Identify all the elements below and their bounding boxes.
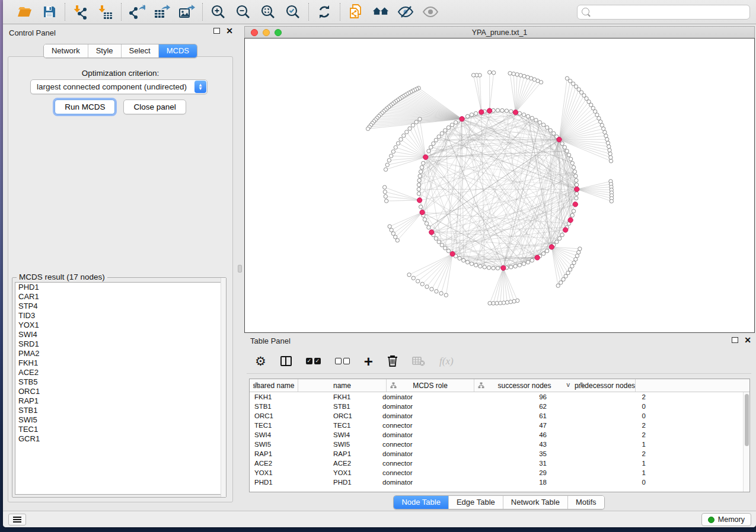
float-panel-icon[interactable] xyxy=(732,337,738,343)
control-panel-tab[interactable]: MCDS xyxy=(159,44,197,57)
cell-name[interactable]: STB1 xyxy=(328,403,377,410)
table-row[interactable]: SWI5 SWI5 connector 43 1 xyxy=(250,440,749,449)
cell-name[interactable]: SWI5 xyxy=(328,441,377,448)
cell-name[interactable]: SWI4 xyxy=(328,431,377,438)
cell-name[interactable]: PHD1 xyxy=(328,479,377,486)
table-scrollbar[interactable] xyxy=(743,392,749,492)
search-input[interactable] xyxy=(577,5,750,20)
mcds-result-item[interactable]: YOX1 xyxy=(15,321,223,330)
mcds-result-item[interactable]: PMA2 xyxy=(15,349,223,358)
table-row[interactable]: YOX1 YOX1 connector 29 1 xyxy=(250,468,749,477)
cell-predecessor-nodes[interactable]: 1 xyxy=(553,460,653,467)
delete-column-icon[interactable] xyxy=(387,352,398,370)
cell-name[interactable]: ACE2 xyxy=(328,460,377,467)
cell-mcds-role[interactable]: connector xyxy=(377,460,465,467)
column-header[interactable]: name xyxy=(298,379,387,392)
table-row[interactable]: TEC1 TEC1 connector 47 2 xyxy=(250,421,749,430)
mcds-result-list[interactable]: PHD1 CAR1 STP4 TID3 YOX1 SWI4 SRD1 PMA2 xyxy=(15,282,224,495)
table-row[interactable]: RAP1 RAP1 dominator 35 2 xyxy=(250,449,749,459)
table-tab[interactable]: Edge Table xyxy=(449,496,503,509)
cell-name[interactable]: YOX1 xyxy=(328,469,377,476)
close-panel-button[interactable]: Close panel xyxy=(123,100,186,114)
table-scrollbar-thumb[interactable] xyxy=(745,394,749,446)
cell-shared-name[interactable]: SWI5 xyxy=(250,441,328,448)
select-all-rows-icon[interactable]: ✓✓ xyxy=(306,352,321,370)
cell-name[interactable]: RAP1 xyxy=(328,450,377,457)
cell-mcds-role[interactable]: connector xyxy=(377,441,465,448)
cell-shared-name[interactable]: FKH1 xyxy=(250,393,328,400)
control-panel-tab[interactable]: Select xyxy=(122,44,159,57)
status-menu-button[interactable] xyxy=(8,514,26,525)
table-tab[interactable]: Network Table xyxy=(503,496,568,509)
cell-predecessor-nodes[interactable]: 0 xyxy=(553,479,653,486)
sort-chevron-icon[interactable]: v xyxy=(567,381,570,388)
close-panel-icon[interactable]: ✕ xyxy=(744,337,751,343)
duplicate-network-icon[interactable] xyxy=(347,4,364,20)
control-panel-tab[interactable]: Network xyxy=(44,44,88,57)
mcds-result-item[interactable]: ORC1 xyxy=(15,387,223,396)
control-panel-tab[interactable]: Style xyxy=(88,44,122,57)
cell-successor-nodes[interactable]: 29 xyxy=(465,469,553,476)
cell-successor-nodes[interactable]: 47 xyxy=(465,422,553,429)
table-tab[interactable]: Motifs xyxy=(568,496,604,509)
cell-successor-nodes[interactable]: 43 xyxy=(465,441,553,448)
table-row[interactable]: STB1 STB1 dominator 62 0 xyxy=(250,402,749,411)
cell-mcds-role[interactable]: dominator xyxy=(377,403,465,410)
cell-successor-nodes[interactable]: 18 xyxy=(465,479,553,486)
column-header[interactable]: MCDS role xyxy=(387,379,474,392)
cell-shared-name[interactable]: SWI4 xyxy=(250,431,328,438)
table-row[interactable]: SWI4 SWI4 dominator 46 2 xyxy=(250,430,749,440)
mcds-result-item[interactable]: TEC1 xyxy=(15,425,223,434)
close-panel-icon[interactable]: ✕ xyxy=(226,28,233,34)
cell-shared-name[interactable]: TEC1 xyxy=(250,422,328,429)
open-file-icon[interactable] xyxy=(16,4,33,20)
splitter-grip[interactable] xyxy=(238,265,242,273)
column-header[interactable]: successor nodes v xyxy=(474,379,575,392)
mcds-result-item[interactable]: GCR1 xyxy=(15,434,223,444)
houses-icon[interactable] xyxy=(372,4,389,20)
cell-shared-name[interactable]: RAP1 xyxy=(250,450,328,457)
cell-predecessor-nodes[interactable]: 2 xyxy=(553,422,653,429)
mcds-result-item[interactable]: CAR1 xyxy=(15,292,223,302)
table-row[interactable]: ORC1 ORC1 dominator 61 0 xyxy=(250,411,749,421)
cell-predecessor-nodes[interactable]: 0 xyxy=(553,403,653,410)
cell-shared-name[interactable]: STB1 xyxy=(250,403,328,410)
table-tab[interactable]: Node Table xyxy=(394,496,449,509)
mcds-result-item[interactable]: SWI5 xyxy=(15,415,223,425)
network-canvas[interactable] xyxy=(244,38,755,333)
vertical-splitter[interactable] xyxy=(238,24,242,511)
mcds-result-item[interactable]: TID3 xyxy=(15,311,223,321)
mcds-result-item[interactable]: PHD1 xyxy=(15,283,223,292)
cell-predecessor-nodes[interactable]: 1 xyxy=(553,441,653,448)
zoom-fit-icon[interactable] xyxy=(260,4,276,20)
cell-shared-name[interactable]: ACE2 xyxy=(250,460,328,467)
cell-mcds-role[interactable]: dominator xyxy=(377,393,465,400)
float-panel-icon[interactable] xyxy=(213,28,220,34)
export-network-icon[interactable] xyxy=(129,4,145,20)
run-mcds-button[interactable]: Run MCDS xyxy=(55,100,115,114)
import-table-icon[interactable] xyxy=(97,4,114,20)
cell-mcds-role[interactable]: dominator xyxy=(377,450,465,457)
zoom-in-icon[interactable] xyxy=(210,4,227,20)
mcds-result-item[interactable]: FKH1 xyxy=(15,358,223,368)
mcds-result-item[interactable]: STB1 xyxy=(15,406,223,415)
mcds-result-item[interactable]: RAP1 xyxy=(15,396,223,406)
table-row[interactable]: ACE2 ACE2 connector 31 1 xyxy=(250,459,749,468)
add-column-icon[interactable]: + xyxy=(364,352,373,370)
zoom-selected-icon[interactable] xyxy=(285,4,301,20)
cell-shared-name[interactable]: YOX1 xyxy=(250,469,328,476)
mcds-result-item[interactable]: STP4 xyxy=(15,302,223,311)
cell-mcds-role[interactable]: dominator xyxy=(377,412,465,419)
criterion-select[interactable]: largest connected component (undirected)… xyxy=(30,79,208,94)
cell-mcds-role[interactable]: dominator xyxy=(377,431,465,438)
mcds-list-scrollbar[interactable] xyxy=(221,278,226,497)
column-header[interactable]: predecessor nodes xyxy=(575,379,636,392)
cell-successor-nodes[interactable]: 35 xyxy=(465,450,553,457)
cell-predecessor-nodes[interactable]: 2 xyxy=(553,450,653,457)
cell-name[interactable]: TEC1 xyxy=(328,422,377,429)
show-all-icon[interactable] xyxy=(422,4,439,20)
cell-predecessor-nodes[interactable]: 1 xyxy=(553,469,653,476)
cell-name[interactable]: FKH1 xyxy=(328,393,377,400)
hide-selected-icon[interactable] xyxy=(397,4,414,20)
cell-predecessor-nodes[interactable]: 0 xyxy=(553,412,653,419)
